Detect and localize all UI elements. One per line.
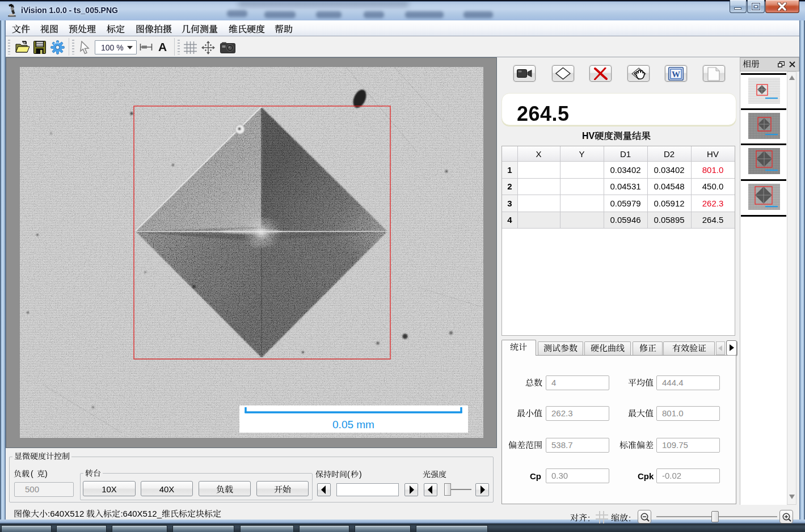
svg-text:0.05 mm: 0.05 mm — [332, 419, 374, 430]
svg-text:W: W — [672, 70, 680, 79]
